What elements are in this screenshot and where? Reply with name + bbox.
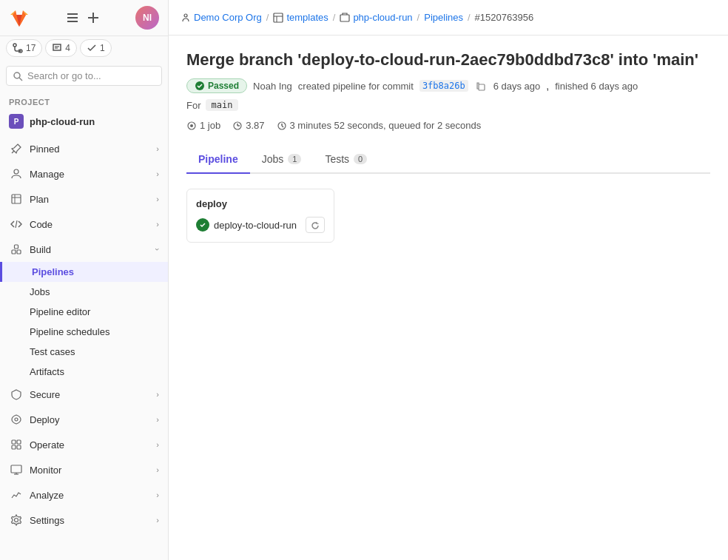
project-section-label: Project [0,92,168,109]
svg-point-11 [13,44,16,47]
sidebar-item-secure[interactable]: Secure › [0,382,168,407]
svg-rect-30 [12,445,16,449]
new-item-button[interactable] [84,9,102,27]
svg-rect-10 [88,17,98,18]
job-status-icon [196,218,209,232]
svg-line-50 [282,126,283,127]
svg-point-27 [15,418,18,421]
code-label: Code [30,219,53,230]
tab-tests-count: 0 [354,154,367,164]
breadcrumb-templates-label: templates [286,12,328,23]
breadcrumb-pipeline-id: #1520763956 [475,12,534,23]
sidebar-sub-item-pipelines[interactable]: Pipelines [0,262,168,282]
pipeline-tabs: Pipeline Jobs 1 Tests 0 [186,146,710,174]
svg-rect-24 [12,250,16,254]
svg-rect-26 [15,245,18,249]
sidebar-item-manage[interactable]: Manage › [0,161,168,186]
code-chevron: › [156,220,159,229]
sidebar-item-deploy[interactable]: Deploy › [0,407,168,432]
duration-stat: 3 minutes 52 seconds, queued for 2 secon… [277,120,482,131]
breadcrumb-project[interactable]: php-cloud-run [340,12,412,23]
svg-rect-32 [11,465,21,473]
search-bar[interactable]: Search or go to... [6,66,162,86]
for-label: For [186,100,201,111]
svg-rect-37 [274,13,283,22]
duration-icon [277,121,287,131]
sidebar-sub-item-artifacts[interactable]: Artifacts [0,362,168,382]
deploy-chevron: › [156,415,159,424]
page-content: Merge branch 'deploy-to-cloud-run-2aec79… [169,36,728,560]
breadcrumb: Demo Corp Org / templates / php-cloud-ru… [181,12,533,23]
breadcrumb-sep-3: / [417,12,420,23]
sidebar-sub-item-test-cases[interactable]: Test cases [0,342,168,362]
reviews-count: 4 [65,43,70,53]
sidebar-sub-item-jobs[interactable]: Jobs [0,282,168,302]
tab-tests[interactable]: Tests 0 [313,146,379,174]
sidebar-sub-item-pipeline-schedules[interactable]: Pipeline schedules [0,322,168,342]
settings-icon [9,513,24,527]
build-icon [9,242,24,257]
todos-count: 1 [100,43,105,53]
job-retry-button[interactable] [306,217,325,233]
pin-icon [9,141,24,156]
project-icon [340,13,350,23]
jobs-stat: 1 job [186,120,220,131]
org-icon [181,13,191,23]
todos-counter[interactable]: 1 [80,39,112,57]
breadcrumb-pipelines[interactable]: Pipelines [424,12,463,23]
merge-requests-counter[interactable]: 17 [6,39,42,57]
svg-point-19 [14,169,18,174]
manage-label: Manage [30,169,64,180]
breadcrumb-sep-4: / [468,12,471,23]
sidebar-item-code[interactable]: Code › [0,212,168,237]
operate-icon [9,437,24,452]
commit-hash[interactable]: 3fb8a26b [419,80,468,92]
breadcrumb-templates[interactable]: templates [273,12,328,23]
jobs-count: 1 job [200,120,220,131]
analyze-icon [9,488,24,502]
search-icon [13,71,23,81]
branch-badge[interactable]: main [206,99,239,111]
tab-pipeline[interactable]: Pipeline [186,146,250,174]
pipelines-label: Pipelines [32,266,74,277]
secure-chevron: › [156,390,159,399]
copy-commit-button[interactable] [474,78,488,92]
sidebar-item-analyze[interactable]: Analyze › [0,482,168,507]
breadcrumb-sep-1: / [266,12,269,23]
author-name: Noah Ing [253,81,292,92]
sidebar-item-pinned[interactable]: Pinned › [0,136,168,161]
svg-rect-42 [479,84,485,90]
settings-chevron: › [156,516,159,524]
svg-line-23 [16,220,17,228]
pipeline-diagram: deploy deploy-to-cloud-run [186,189,710,243]
user-avatar[interactable]: NI [135,6,159,30]
sidebar-item-operate[interactable]: Operate › [0,432,168,457]
deploy-label: Deploy [30,414,59,425]
retry-icon [311,221,320,230]
plan-icon [9,192,24,206]
template-icon [273,13,283,23]
plan-chevron: › [156,195,159,203]
plan-label: Plan [30,194,49,205]
sidebar: NI 17 4 1 Search or go to... Project P p… [0,0,169,560]
breadcrumb-org[interactable]: Demo Corp Org [181,12,262,23]
sidebar-sub-item-pipeline-editor[interactable]: Pipeline editor [0,302,168,322]
tab-jobs[interactable]: Jobs 1 [250,146,314,174]
duration-value: 3 minutes 52 seconds, queued for 2 secon… [290,120,482,131]
sidebar-item-build[interactable]: Build › [0,237,168,262]
svg-point-36 [184,14,187,17]
breadcrumb-pipelines-label: Pipelines [424,12,463,23]
pipeline-for: For main [186,99,710,111]
sidebar-top: NI [0,0,168,36]
sidebar-toggle-button[interactable] [64,9,81,27]
project-name-item[interactable]: P php-cloud-run [0,109,168,133]
manage-icon [9,166,24,181]
sidebar-item-settings[interactable]: Settings › [0,507,168,533]
sidebar-item-plan[interactable]: Plan › [0,186,168,212]
reviews-counter[interactable]: 4 [45,39,77,57]
gitlab-logo[interactable] [9,7,30,28]
pinned-label: Pinned [30,144,59,155]
sidebar-item-monitor[interactable]: Monitor › [0,457,168,482]
svg-rect-7 [67,17,78,18]
monitor-label: Monitor [30,465,61,476]
